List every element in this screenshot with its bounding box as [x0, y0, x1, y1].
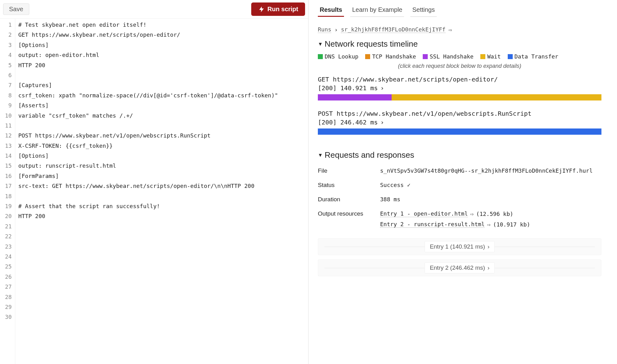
timing-segment	[318, 94, 392, 100]
code-line[interactable]	[18, 191, 305, 201]
line-number: 17	[5, 181, 12, 191]
chevron-right-icon: ›	[380, 119, 384, 126]
timing-segment	[392, 94, 601, 100]
line-number: 24	[5, 252, 12, 262]
code-line[interactable]: # Test skybear.net open editor itself!	[18, 20, 305, 30]
code-line[interactable]	[18, 121, 305, 131]
timing-segment	[318, 128, 601, 135]
code-line[interactable]: HTTP 200	[18, 60, 305, 70]
tab-learn[interactable]: Learn by Example	[350, 4, 404, 17]
code-line[interactable]: [Options]	[18, 40, 305, 50]
line-number: 28	[5, 292, 12, 302]
code-line[interactable]: [Captures]	[18, 80, 305, 90]
chevron-right-icon: ›	[487, 264, 489, 271]
breadcrumb: Runs › sr_k2hjkhF8ffM3FLoD0nnCekEjIYFf ⇨	[308, 17, 611, 36]
breadcrumb-run-id[interactable]: sr_k2hjkhF8ffM3FLoD0nnCekEjIYFf	[341, 26, 445, 33]
code-line[interactable]	[18, 292, 305, 302]
save-button[interactable]: Save	[3, 3, 29, 15]
code-line[interactable]: variable "csrf_token" matches /.+/	[18, 111, 305, 121]
code-line[interactable]: output: runscript-result.html	[18, 161, 305, 171]
legend-label: SSL Handshake	[430, 53, 473, 60]
code-line[interactable]	[18, 302, 305, 312]
entry-card[interactable]: Entry 1 (140.921 ms)›	[318, 238, 601, 255]
resource-link[interactable]: Entry 1 - open-editor.html	[380, 210, 468, 217]
external-link-icon[interactable]: ⇨	[487, 221, 491, 228]
left-panel: Save Run script 123456789101112131415161…	[0, 0, 308, 364]
code-line[interactable]: [FormParams]	[18, 171, 305, 181]
code-line[interactable]	[18, 231, 305, 241]
line-number: 23	[5, 242, 12, 252]
legend-item: Wait	[480, 53, 501, 60]
breadcrumb-runs[interactable]: Runs	[318, 26, 331, 33]
duration-value: 388 ms	[380, 196, 601, 203]
resource-row: Entry 1 - open-editor.html ⇨ (12.596 kb)	[380, 210, 601, 217]
legend-swatch	[365, 54, 370, 59]
tab-settings[interactable]: Settings	[410, 4, 436, 17]
entry-label-text: Entry 2 (246.462 ms)	[430, 264, 485, 271]
external-link-icon[interactable]: ⇨	[449, 26, 452, 33]
code-line[interactable]	[18, 272, 305, 282]
code-line[interactable]	[18, 282, 305, 292]
request-block[interactable]: GET https://www.skybear.net/scripts/open…	[318, 76, 601, 100]
code-line[interactable]	[18, 242, 305, 252]
code-line[interactable]: POST https://www.skybear.net/v1/open/web…	[18, 131, 305, 141]
entry-card[interactable]: Entry 2 (246.462 ms)›	[318, 259, 601, 276]
code-editor[interactable]: 1234567891011121314151617181920212223242…	[0, 18, 308, 364]
line-number: 14	[5, 151, 12, 161]
lightning-icon	[258, 6, 265, 13]
line-number: 3	[5, 40, 12, 50]
code-line[interactable]	[18, 252, 305, 262]
duration-label: Duration	[318, 196, 380, 203]
code-area[interactable]: # Test skybear.net open editor itself!GE…	[15, 19, 308, 364]
entry-card-label[interactable]: Entry 1 (140.921 ms)›	[425, 241, 495, 252]
code-line[interactable]: src-text: GET https://www.skybear.net/sc…	[18, 181, 305, 191]
legend-label: DNS Lookup	[325, 53, 358, 60]
run-script-button[interactable]: Run script	[251, 2, 305, 16]
line-number: 7	[5, 80, 12, 90]
code-line[interactable]	[18, 70, 305, 80]
disclosure-down-icon: ▼	[318, 152, 323, 158]
responses-title[interactable]: ▼ Requests and responses	[318, 150, 601, 160]
code-line[interactable]: [Options]	[18, 151, 305, 161]
tabs-bar: Results Learn by Example Settings	[308, 0, 611, 17]
line-number: 8	[5, 91, 12, 100]
legend-swatch	[480, 54, 485, 59]
code-line[interactable]: [Asserts]	[18, 100, 305, 110]
line-number: 30	[5, 312, 12, 322]
legend-swatch	[423, 54, 428, 59]
legend-label: TCP Handshake	[372, 53, 416, 60]
code-line[interactable]: HTTP 200	[18, 211, 305, 221]
responses-section: ▼ Requests and responses File s_nVtSpv5v…	[308, 147, 611, 234]
line-number: 15	[5, 161, 12, 171]
code-line[interactable]: csrf_token: xpath "normalize-space(//div…	[18, 91, 305, 100]
resource-link[interactable]: Entry 2 - runscript-result.html	[380, 221, 485, 228]
code-line[interactable]: # Assert that the script ran successfull…	[18, 201, 305, 211]
line-number: 26	[5, 272, 12, 282]
code-line[interactable]	[18, 262, 305, 272]
line-number: 2	[5, 30, 12, 40]
timeline-section: ▼ Network requests timeline DNS LookupTC…	[308, 36, 611, 147]
line-number: 9	[5, 100, 12, 110]
tab-results[interactable]: Results	[318, 4, 344, 17]
request-block[interactable]: POST https://www.skybear.net/v1/open/web…	[318, 110, 601, 135]
line-number: 25	[5, 262, 12, 272]
status-label: Status	[318, 182, 380, 189]
file-label: File	[318, 167, 380, 174]
external-link-icon[interactable]: ⇨	[470, 211, 474, 217]
entry-card-label[interactable]: Entry 2 (246.462 ms)›	[425, 262, 495, 273]
responses-title-text: Requests and responses	[325, 150, 414, 160]
line-number: 10	[5, 111, 12, 121]
request-meta: [200] 246.462 ms›	[318, 119, 601, 126]
resources-label: Output resources	[318, 210, 380, 228]
code-line[interactable]	[18, 312, 305, 322]
right-panel: Results Learn by Example Settings Runs ›…	[308, 0, 617, 364]
code-line[interactable]: X-CSRF-TOKEN: {{csrf_token}}	[18, 141, 305, 151]
line-number: 1	[5, 20, 12, 30]
code-line[interactable]: GET https://www.skybear.net/scripts/open…	[18, 30, 305, 40]
code-line[interactable]	[18, 222, 305, 231]
chevron-right-icon: ›	[334, 26, 338, 33]
code-line[interactable]: output: open-editor.html	[18, 50, 305, 60]
legend-label: Wait	[487, 53, 501, 60]
line-number: 19	[5, 201, 12, 211]
timeline-title[interactable]: ▼ Network requests timeline	[318, 39, 601, 49]
